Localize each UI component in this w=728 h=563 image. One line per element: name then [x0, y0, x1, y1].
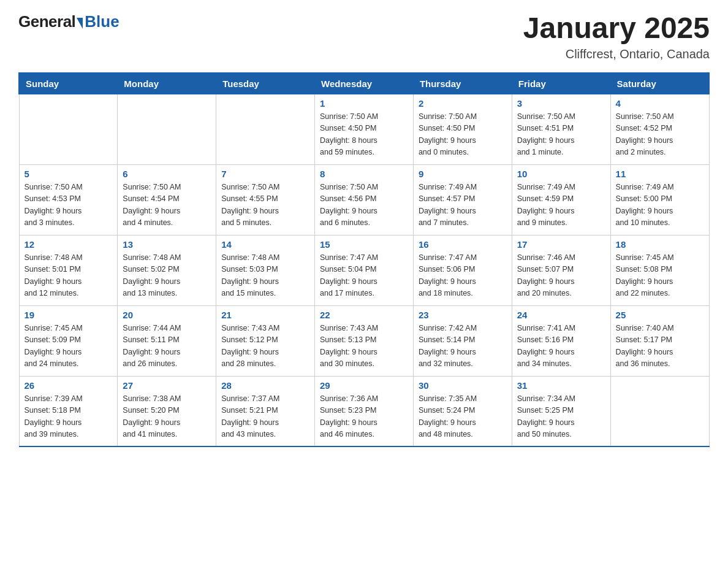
- day-info: Sunrise: 7:48 AMSunset: 5:03 PMDaylight:…: [221, 252, 309, 300]
- calendar-cell: 11Sunrise: 7:49 AMSunset: 5:00 PMDayligh…: [610, 164, 709, 235]
- day-number: 11: [616, 169, 704, 179]
- title-block: January 2025 Cliffcrest, Ontario, Canada: [523, 12, 710, 61]
- weekday-header-friday: Friday: [512, 73, 610, 94]
- day-info: Sunrise: 7:48 AMSunset: 5:01 PMDaylight:…: [25, 252, 113, 300]
- calendar-week-2: 5Sunrise: 7:50 AMSunset: 4:53 PMDaylight…: [19, 164, 709, 235]
- calendar-cell: [610, 376, 709, 446]
- day-info: Sunrise: 7:43 AMSunset: 5:13 PMDaylight:…: [320, 323, 408, 370]
- day-number: 19: [25, 310, 113, 320]
- day-info: Sunrise: 7:39 AMSunset: 5:18 PMDaylight:…: [25, 393, 113, 441]
- day-number: 28: [221, 380, 309, 391]
- calendar-cell: 25Sunrise: 7:40 AMSunset: 5:17 PMDayligh…: [610, 305, 709, 376]
- calendar-cell: 21Sunrise: 7:43 AMSunset: 5:12 PMDayligh…: [216, 305, 315, 376]
- day-number: 2: [419, 98, 507, 109]
- weekday-header-saturday: Saturday: [610, 73, 709, 94]
- day-info: Sunrise: 7:50 AMSunset: 4:51 PMDaylight:…: [517, 111, 605, 159]
- page-header: General Blue January 2025 Cliffcrest, On…: [18, 12, 710, 61]
- day-number: 23: [419, 310, 507, 320]
- calendar-cell: 30Sunrise: 7:35 AMSunset: 5:24 PMDayligh…: [413, 376, 512, 446]
- day-number: 3: [517, 98, 605, 109]
- calendar-cell: 20Sunrise: 7:44 AMSunset: 5:11 PMDayligh…: [118, 305, 216, 376]
- calendar-week-4: 19Sunrise: 7:45 AMSunset: 5:09 PMDayligh…: [19, 305, 709, 376]
- month-year-title: January 2025: [523, 12, 710, 45]
- calendar-week-1: 1Sunrise: 7:50 AMSunset: 4:50 PMDaylight…: [19, 94, 709, 164]
- calendar-cell: 31Sunrise: 7:34 AMSunset: 5:25 PMDayligh…: [512, 376, 610, 446]
- calendar-cell: [19, 94, 118, 164]
- day-number: 24: [517, 310, 605, 320]
- calendar-cell: 16Sunrise: 7:47 AMSunset: 5:06 PMDayligh…: [413, 235, 512, 305]
- day-info: Sunrise: 7:50 AMSunset: 4:56 PMDaylight:…: [320, 182, 408, 229]
- weekday-header-sunday: Sunday: [19, 73, 118, 94]
- day-info: Sunrise: 7:44 AMSunset: 5:11 PMDaylight:…: [123, 323, 211, 370]
- calendar-cell: 12Sunrise: 7:48 AMSunset: 5:01 PMDayligh…: [19, 235, 118, 305]
- calendar-cell: 10Sunrise: 7:49 AMSunset: 4:59 PMDayligh…: [512, 164, 610, 235]
- day-number: 14: [221, 239, 309, 250]
- day-info: Sunrise: 7:36 AMSunset: 5:23 PMDaylight:…: [320, 393, 408, 441]
- day-number: 4: [616, 98, 704, 109]
- day-number: 9: [419, 169, 507, 179]
- weekday-header-thursday: Thursday: [413, 73, 512, 94]
- day-number: 15: [320, 239, 408, 250]
- logo-triangle-icon: [77, 18, 83, 29]
- calendar-cell: 22Sunrise: 7:43 AMSunset: 5:13 PMDayligh…: [315, 305, 414, 376]
- logo-general-text: General: [18, 12, 75, 31]
- calendar-cell: 3Sunrise: 7:50 AMSunset: 4:51 PMDaylight…: [512, 94, 610, 164]
- day-info: Sunrise: 7:37 AMSunset: 5:21 PMDaylight:…: [221, 393, 309, 441]
- calendar-cell: 17Sunrise: 7:46 AMSunset: 5:07 PMDayligh…: [512, 235, 610, 305]
- calendar-table: SundayMondayTuesdayWednesdayThursdayFrid…: [18, 72, 710, 448]
- day-info: Sunrise: 7:50 AMSunset: 4:50 PMDaylight:…: [320, 111, 408, 159]
- calendar-cell: 28Sunrise: 7:37 AMSunset: 5:21 PMDayligh…: [216, 376, 315, 446]
- day-number: 22: [320, 310, 408, 320]
- day-number: 25: [616, 310, 704, 320]
- calendar-cell: 13Sunrise: 7:48 AMSunset: 5:02 PMDayligh…: [118, 235, 216, 305]
- day-number: 7: [221, 169, 309, 179]
- day-info: Sunrise: 7:45 AMSunset: 5:09 PMDaylight:…: [25, 323, 113, 370]
- day-info: Sunrise: 7:38 AMSunset: 5:20 PMDaylight:…: [123, 393, 211, 441]
- calendar-cell: 19Sunrise: 7:45 AMSunset: 5:09 PMDayligh…: [19, 305, 118, 376]
- calendar-cell: 4Sunrise: 7:50 AMSunset: 4:52 PMDaylight…: [610, 94, 709, 164]
- day-number: 20: [123, 310, 211, 320]
- day-number: 6: [123, 169, 211, 179]
- day-number: 10: [517, 169, 605, 179]
- day-number: 29: [320, 380, 408, 391]
- location-subtitle: Cliffcrest, Ontario, Canada: [523, 47, 710, 61]
- day-number: 13: [123, 239, 211, 250]
- day-number: 18: [616, 239, 704, 250]
- weekday-header-monday: Monday: [118, 73, 216, 94]
- day-info: Sunrise: 7:50 AMSunset: 4:54 PMDaylight:…: [123, 182, 211, 229]
- logo: General Blue: [18, 12, 119, 31]
- calendar-cell: 6Sunrise: 7:50 AMSunset: 4:54 PMDaylight…: [118, 164, 216, 235]
- calendar-cell: 7Sunrise: 7:50 AMSunset: 4:55 PMDaylight…: [216, 164, 315, 235]
- calendar-week-3: 12Sunrise: 7:48 AMSunset: 5:01 PMDayligh…: [19, 235, 709, 305]
- day-number: 26: [25, 380, 113, 391]
- day-info: Sunrise: 7:45 AMSunset: 5:08 PMDaylight:…: [616, 252, 704, 300]
- day-info: Sunrise: 7:42 AMSunset: 5:14 PMDaylight:…: [419, 323, 507, 370]
- day-info: Sunrise: 7:47 AMSunset: 5:04 PMDaylight:…: [320, 252, 408, 300]
- calendar-cell: 26Sunrise: 7:39 AMSunset: 5:18 PMDayligh…: [19, 376, 118, 446]
- calendar-cell: 8Sunrise: 7:50 AMSunset: 4:56 PMDaylight…: [315, 164, 414, 235]
- day-info: Sunrise: 7:50 AMSunset: 4:52 PMDaylight:…: [616, 111, 704, 159]
- day-info: Sunrise: 7:49 AMSunset: 4:59 PMDaylight:…: [517, 182, 605, 229]
- calendar-cell: [118, 94, 216, 164]
- day-info: Sunrise: 7:50 AMSunset: 4:55 PMDaylight:…: [221, 182, 309, 229]
- day-info: Sunrise: 7:34 AMSunset: 5:25 PMDaylight:…: [517, 393, 605, 441]
- calendar-cell: 5Sunrise: 7:50 AMSunset: 4:53 PMDaylight…: [19, 164, 118, 235]
- calendar-cell: 2Sunrise: 7:50 AMSunset: 4:50 PMDaylight…: [413, 94, 512, 164]
- day-info: Sunrise: 7:49 AMSunset: 5:00 PMDaylight:…: [616, 182, 704, 229]
- day-info: Sunrise: 7:43 AMSunset: 5:12 PMDaylight:…: [221, 323, 309, 370]
- day-number: 21: [221, 310, 309, 320]
- day-info: Sunrise: 7:35 AMSunset: 5:24 PMDaylight:…: [419, 393, 507, 441]
- calendar-cell: 14Sunrise: 7:48 AMSunset: 5:03 PMDayligh…: [216, 235, 315, 305]
- day-number: 12: [25, 239, 113, 250]
- day-info: Sunrise: 7:50 AMSunset: 4:53 PMDaylight:…: [25, 182, 113, 229]
- day-number: 31: [517, 380, 605, 391]
- day-number: 17: [517, 239, 605, 250]
- calendar-cell: 18Sunrise: 7:45 AMSunset: 5:08 PMDayligh…: [610, 235, 709, 305]
- day-number: 8: [320, 169, 408, 179]
- day-number: 27: [123, 380, 211, 391]
- day-info: Sunrise: 7:48 AMSunset: 5:02 PMDaylight:…: [123, 252, 211, 300]
- day-info: Sunrise: 7:41 AMSunset: 5:16 PMDaylight:…: [517, 323, 605, 370]
- day-info: Sunrise: 7:47 AMSunset: 5:06 PMDaylight:…: [419, 252, 507, 300]
- weekday-header-tuesday: Tuesday: [216, 73, 315, 94]
- calendar-cell: 15Sunrise: 7:47 AMSunset: 5:04 PMDayligh…: [315, 235, 414, 305]
